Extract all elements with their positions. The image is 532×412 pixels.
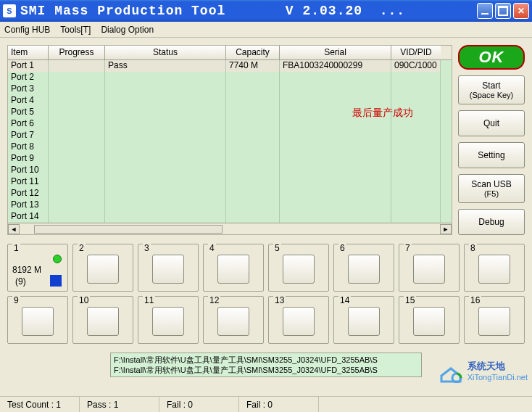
slot-button[interactable] [283,255,315,284]
slot-number: 1 [12,243,20,253]
slot-button[interactable] [478,255,510,284]
start-label: Start [482,81,500,91]
debug-button[interactable]: Debug [458,209,525,235]
slot-9[interactable]: 9 [7,296,68,344]
table-row[interactable]: Port 5 [8,107,452,118]
scan-sublabel: (F5) [484,189,499,198]
col-header-serial[interactable]: Serial [280,46,391,59]
slot-8[interactable]: 8 [464,244,525,292]
table-row[interactable]: Port 1 Pass 7740 M FBA1003240000299 090C… [8,60,452,72]
table-row[interactable]: Port 8 [8,141,452,153]
scan-usb-button[interactable]: Scan USB (F5) [458,174,525,203]
table-row[interactable]: Port 11 [8,176,452,188]
ok-indicator: OK [458,45,525,70]
slot-button[interactable] [217,307,249,336]
table-header-row: Item Progress Status Capacity Serial VID… [8,46,452,60]
port-table: Item Progress Status Capacity Serial VID… [7,45,452,235]
start-button[interactable]: Start (Space Key) [458,75,525,104]
col-header-item[interactable]: Item [8,46,49,59]
menu-dialog-option[interactable]: Dialog Option [101,25,154,35]
cell-vidpid: 090C/1000 [391,60,441,72]
close-button[interactable] [513,3,529,19]
slot-1[interactable]: 1 8192 M (9) [7,244,68,292]
scroll-thumb[interactable] [34,225,223,234]
menu-tools[interactable]: Tools[T] [60,25,91,35]
menu-config-hub[interactable]: Config HUB [4,25,50,35]
table-row[interactable]: Port 13 [8,199,452,211]
slot-number: 13 [273,295,286,305]
slot-number: 6 [338,243,346,253]
cell-serial: FBA1003240000299 [280,60,391,72]
slot-button[interactable] [152,255,184,284]
slot-button[interactable] [87,255,119,284]
slot-button[interactable] [348,307,380,336]
horizontal-scrollbar[interactable]: ◄ ► [8,223,452,234]
slot-button[interactable] [217,255,249,284]
slot-number: 4 [208,243,216,253]
slot-number: 3 [143,243,151,253]
scroll-right-button[interactable]: ► [440,224,452,234]
cell-item: Port 7 [8,130,49,141]
maximize-button[interactable] [495,3,511,19]
status-test-count: Test Count : 1 [0,397,80,412]
slot-button[interactable] [87,307,119,336]
status-fail-2: Fail : 0 [239,397,319,412]
watermark-url: XiTongTianDi.net [467,373,528,382]
slot-capacity: 8192 M [12,265,41,275]
watermark-title: 系统天地 [467,360,528,373]
slot-14[interactable]: 14 [333,296,394,344]
scroll-track[interactable] [20,224,440,234]
slot-button[interactable] [22,307,54,336]
quit-button[interactable]: Quit [458,110,525,136]
slot-7[interactable]: 7 [399,244,460,292]
cell-item: Port 6 [8,118,49,130]
slot-6[interactable]: 6 [333,244,394,292]
table-row[interactable]: Port 2 [8,72,452,83]
path-textbox[interactable]: F:\Install\常用软件\U盘工具\量产工具\SMI\SM3255_J03… [110,353,422,377]
slot-15[interactable]: 15 [399,296,460,344]
slot-number: 5 [273,243,281,253]
slot-button[interactable] [478,307,510,336]
col-header-progress[interactable]: Progress [49,46,105,59]
slot-11[interactable]: 11 [138,296,199,344]
status-dot-icon [53,255,62,263]
slot-button[interactable] [348,255,380,284]
slot-button[interactable] [413,255,445,284]
watermark-icon [439,358,463,383]
scan-label: Scan USB [471,179,511,189]
path-line: F:\Install\常用软件\U盘工具\量产工具\SMI\SM3255_J03… [114,355,418,365]
slot-2[interactable]: 2 [72,244,133,292]
table-row[interactable]: Port 3 [8,83,452,95]
slot-10[interactable]: 10 [72,296,133,344]
slot-3[interactable]: 3 [138,244,199,292]
slot-5[interactable]: 5 [268,244,329,292]
cell-item: Port 13 [8,199,49,211]
slot-12[interactable]: 12 [203,296,264,344]
slot-4[interactable]: 4 [203,244,264,292]
table-row[interactable]: Port 14 [8,211,452,223]
cell-item: Port 14 [8,211,49,223]
slot-button[interactable] [413,307,445,336]
status-fail-1: Fail : 0 [159,397,239,412]
scroll-left-button[interactable]: ◄ [8,224,20,234]
minimize-button[interactable] [477,3,493,19]
cell-progress [49,60,105,72]
table-row[interactable]: Port 9 [8,153,452,165]
slot-grid: 1 8192 M (9) 2 3 4 5 6 7 8 9 10 11 12 13… [7,244,525,344]
col-header-vidpid[interactable]: VID/PID [391,46,441,59]
table-row[interactable]: Port 6 [8,118,452,130]
table-row[interactable]: Port 4 [8,95,452,107]
table-row[interactable]: Port 7 [8,130,452,141]
col-header-capacity[interactable]: Capacity [226,46,280,59]
cell-capacity: 7740 M [226,60,280,72]
setting-button[interactable]: Setting [458,142,525,168]
col-header-status[interactable]: Status [105,46,226,59]
slot-button[interactable] [152,307,184,336]
slot-13[interactable]: 13 [268,296,329,344]
slot-16[interactable]: 16 [464,296,525,344]
menu-bar: Config HUB Tools[T] Dialog Option [0,22,532,38]
table-row[interactable]: Port 12 [8,188,452,199]
table-row[interactable]: Port 10 [8,165,452,176]
slot-button[interactable] [283,307,315,336]
side-panel: OK Start (Space Key) Quit Setting Scan U… [458,45,525,235]
